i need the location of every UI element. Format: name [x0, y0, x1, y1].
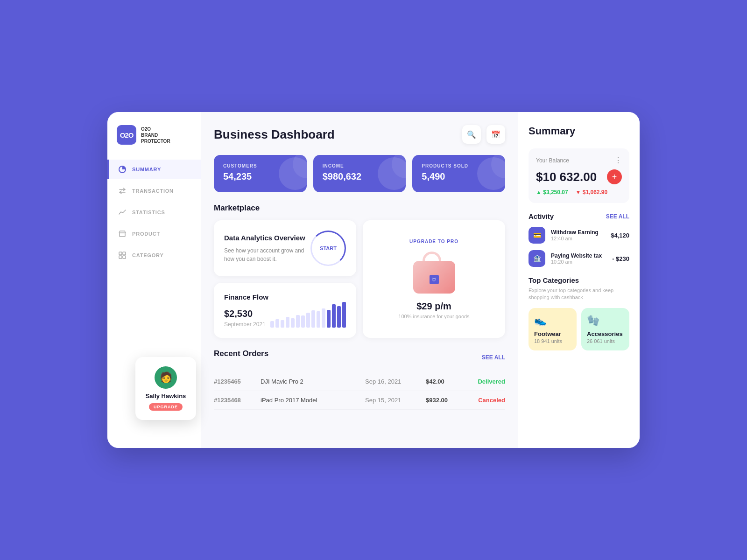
category-icon: 🧤	[587, 315, 624, 327]
marketplace-section: Marketplace	[214, 203, 505, 213]
balance-menu-icon[interactable]: ⋮	[614, 156, 622, 165]
start-button[interactable]: START	[310, 231, 346, 266]
table-row: #1235465 DJI Mavic Pro 2 Sep 16, 2021 $4…	[214, 372, 505, 391]
category-name: Accessories	[587, 330, 624, 337]
activity-info: Paying Website tax 10:20 am	[551, 252, 606, 265]
activity-amount: - $230	[612, 255, 629, 262]
finance-title: Finance Flow	[224, 293, 268, 301]
activity-section: Activity SEE ALL 💳 Withdraw Earning 12:4…	[529, 212, 629, 267]
order-status: Canceled	[463, 397, 505, 404]
stat-customers-decoration	[279, 157, 307, 190]
analytics-text: Data Analytics Overview See how your acc…	[224, 234, 310, 263]
activity-time: 10:20 am	[551, 259, 606, 265]
analytics-desc: See how your account grow and how you ca…	[224, 246, 310, 263]
stat-products-sold: PRODUCTS SOLD 5,490	[412, 155, 505, 192]
balance-section: Your Balance ⋮ $10 632.00 + ▲ $3,250.07 …	[529, 148, 629, 203]
upgrade-label: UPGRADE TO PRO	[409, 239, 458, 244]
bar-item	[281, 320, 284, 328]
stat-income: INCOME $980,632	[313, 155, 406, 192]
stats-row: CUSTOMERS 54,235 INCOME $980,632 PRODUCT…	[214, 155, 505, 192]
summary-title: Summary	[529, 125, 629, 137]
chart-pie-icon	[118, 165, 127, 174]
dashboard-wrapper: O2O O2O BRAND PROTECTOR SUMMARY	[107, 112, 640, 448]
main-content: Business Dashboard 🔍 📅 CUSTOMERS 54,235 …	[201, 112, 518, 448]
category-name: Footwear	[534, 330, 571, 337]
balance-add-button[interactable]: +	[607, 169, 622, 184]
activity-icon: 🏦	[529, 250, 545, 267]
upgrade-card: UPGRADE TO PRO 🛡 $29 p/m 100% insurance …	[363, 220, 505, 338]
activity-name: Withdraw Earning	[551, 229, 605, 236]
analytics-card: Data Analytics Overview See how your acc…	[214, 220, 356, 276]
stat-products-decoration	[477, 157, 505, 190]
finance-date: September 2021	[224, 321, 268, 328]
balance-up: ▲ $3,250.07	[536, 189, 568, 196]
bar-item	[296, 315, 300, 328]
user-card: 🧑 Sally Hawkins UPGRADE	[135, 357, 196, 420]
analytics-title: Data Analytics Overview	[224, 234, 310, 242]
activity-title: Activity	[529, 212, 554, 220]
upgrade-price: $29 p/m	[416, 301, 451, 312]
bar-item	[275, 319, 279, 328]
activity-see-all[interactable]: SEE ALL	[606, 213, 629, 220]
balance-label: Your Balance	[536, 157, 569, 164]
table-row: #1235468 iPad Pro 2017 Model Sep 15, 202…	[214, 391, 505, 410]
top-categories-section: Top Categories Explore your top categori…	[529, 276, 629, 350]
bar-item	[337, 306, 341, 328]
order-amount: $932.00	[426, 397, 463, 404]
svg-rect-3	[123, 252, 126, 255]
balance-stats: ▲ $3,250.07 ▼ $1,062.90	[536, 189, 622, 196]
category-units: 26 061 units	[587, 338, 624, 344]
list-item[interactable]: 🧤 Accessories 26 061 units	[581, 308, 629, 350]
bar-item	[342, 302, 346, 328]
order-product: iPad Pro 2017 Model	[261, 397, 365, 404]
categories-grid: 👟 Footwear 18 941 units 🧤 Accessories 26…	[529, 308, 629, 350]
search-icon: 🔍	[467, 130, 476, 139]
svg-rect-4	[119, 256, 122, 259]
sidebar-item-category[interactable]: CATEGORY	[107, 245, 201, 265]
order-id: #1235465	[214, 378, 261, 385]
orders-header: Recent Orders SEE ALL	[214, 349, 505, 366]
page-header: Business Dashboard 🔍 📅	[214, 125, 505, 144]
bag-body: 🛡	[413, 261, 455, 294]
bar-item	[306, 313, 310, 328]
finance-chart	[270, 300, 346, 328]
activity-icon: 💳	[529, 227, 545, 244]
bar-item	[311, 310, 315, 328]
order-product: DJI Mavic Pro 2	[261, 378, 365, 385]
search-button[interactable]: 🔍	[462, 125, 481, 144]
finance-amount: $2,530	[224, 308, 268, 319]
orders-title: Recent Orders	[214, 349, 268, 358]
calendar-button[interactable]: 📅	[486, 125, 505, 144]
upgrade-badge[interactable]: UPGRADE	[149, 403, 183, 411]
sidebar-item-statistics[interactable]: STATISTICS	[107, 203, 201, 222]
box-icon	[118, 230, 127, 238]
sidebar-item-product[interactable]: PRODUCT	[107, 224, 201, 244]
sidebar-logo: O2O O2O BRAND PROTECTOR	[107, 125, 201, 160]
bar-item	[286, 317, 289, 328]
finance-card: Finance Flow $2,530 September 2021	[214, 283, 356, 338]
activity-item: 💳 Withdraw Earning 12:40 am $4,120	[529, 227, 629, 244]
bar-item	[332, 304, 336, 328]
header-actions: 🔍 📅	[462, 125, 505, 144]
activity-header: Activity SEE ALL	[529, 212, 629, 220]
svg-rect-2	[119, 252, 122, 255]
list-item[interactable]: 👟 Footwear 18 941 units	[529, 308, 577, 350]
sidebar-item-transaction[interactable]: TRANSACTION	[107, 181, 201, 201]
upgrade-desc: 100% insurance for your goods	[398, 314, 469, 319]
user-avatar: 🧑	[155, 366, 177, 389]
page-title: Business Dashboard	[214, 127, 335, 142]
line-chart-icon	[118, 208, 127, 217]
order-id: #1235468	[214, 397, 261, 404]
bar-item	[322, 308, 325, 328]
stat-income-decoration	[378, 157, 406, 190]
orders-see-all[interactable]: SEE ALL	[482, 354, 505, 361]
activity-name: Paying Website tax	[551, 252, 606, 259]
category-units: 18 941 units	[534, 338, 571, 344]
balance-amount-row: $10 632.00 +	[536, 169, 622, 184]
svg-rect-1	[120, 233, 125, 237]
bar-item	[270, 321, 274, 328]
orders-list: #1235465 DJI Mavic Pro 2 Sep 16, 2021 $4…	[214, 372, 505, 410]
balance-amount: $10 632.00	[536, 170, 597, 184]
sidebar-item-summary[interactable]: SUMMARY	[107, 160, 201, 179]
marketplace-title: Marketplace	[214, 203, 505, 213]
